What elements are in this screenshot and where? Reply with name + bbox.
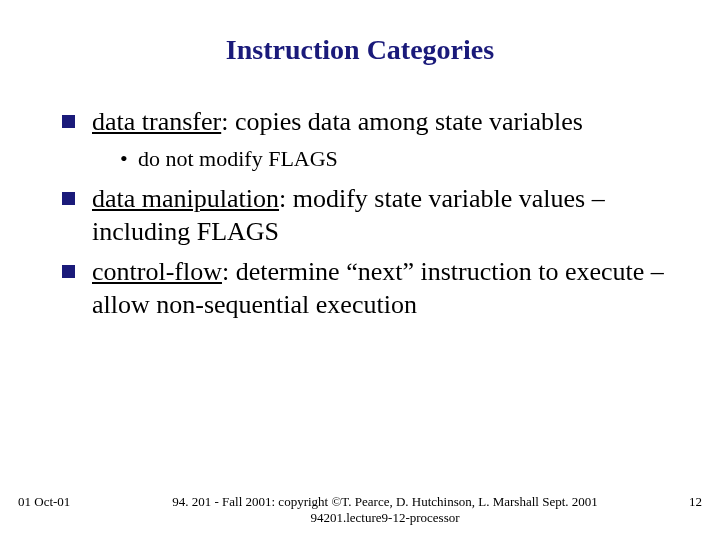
footer: 01 Oct-01 94. 201 - Fall 2001: copyright… — [0, 494, 720, 526]
footer-center: 94. 201 - Fall 2001: copyright ©T. Pearc… — [108, 494, 662, 526]
text-data-transfer: : copies data among state variables — [221, 107, 583, 136]
bullet-data-manipulation: data manipulation: modify state variable… — [62, 183, 672, 248]
footer-date: 01 Oct-01 — [18, 494, 108, 510]
footer-page-number: 12 — [662, 494, 702, 510]
slide: Instruction Categories data transfer: co… — [0, 0, 720, 540]
footer-line1: 94. 201 - Fall 2001: copyright ©T. Pearc… — [116, 494, 654, 510]
footer-row: 01 Oct-01 94. 201 - Fall 2001: copyright… — [18, 494, 702, 526]
term-data-transfer: data transfer — [92, 107, 221, 136]
term-control-flow: control-flow — [92, 257, 222, 286]
sub-bullet-flags: do not modify FLAGS — [120, 145, 672, 174]
bullet-list: data transfer: copies data among state v… — [48, 106, 672, 321]
slide-title: Instruction Categories — [48, 34, 672, 66]
bullet-data-transfer: data transfer: copies data among state v… — [62, 106, 672, 173]
bullet-control-flow: control-flow: determine “next” instructi… — [62, 256, 672, 321]
footer-line2: 94201.lecture9-12-processor — [116, 510, 654, 526]
sub-bullet-list: do not modify FLAGS — [92, 145, 672, 174]
term-data-manipulation: data manipulation — [92, 184, 279, 213]
